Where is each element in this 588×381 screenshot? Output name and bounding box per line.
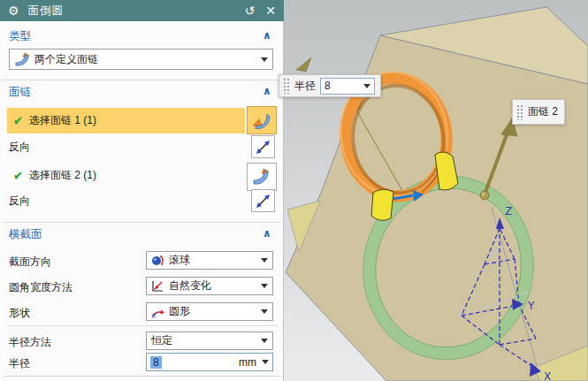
face-chain-section-header: 面链 <box>9 85 31 100</box>
drag-grip-icon[interactable] <box>283 78 290 94</box>
radius-input[interactable]: 8 mm <box>146 353 273 371</box>
select-face-chain-1-label: 选择面链 1 (1) <box>29 113 96 128</box>
radius-method-label: 半径方法 <box>9 335 51 350</box>
chevron-down-icon[interactable] <box>262 360 269 364</box>
select-face-chain-2-label: 选择面链 2 (1) <box>29 168 96 183</box>
select-face-chain-2-row[interactable]: ✔ 选择面链 2 (1) <box>7 164 245 186</box>
chevron-down-icon[interactable] <box>363 84 370 88</box>
radius-unit: mm <box>239 356 256 369</box>
section-orientation-value: 滚球 <box>169 253 255 268</box>
dialog-titlebar[interactable]: ⚙ 面倒圆 ↺ ✕ <box>0 0 284 21</box>
chevron-down-icon <box>261 284 268 288</box>
type-section-header: 类型 <box>9 29 31 44</box>
blend-preview-patch[interactable] <box>371 189 393 220</box>
type-dropdown-value: 两个定义面链 <box>34 52 255 67</box>
shape-label: 形状 <box>9 306 30 321</box>
drag-grip-icon[interactable] <box>516 104 523 120</box>
scene-3d: Z Y X <box>284 0 588 381</box>
y-axis-label: Y <box>527 300 535 312</box>
radius-overlay[interactable]: 半径 8 <box>279 74 381 97</box>
face-blend-dialog: ⚙ 面倒圆 ↺ ✕ 类型 ∧ 两个定义面链 面链 ∧ ✔ 选择面链 1 (1) <box>0 0 284 381</box>
blend-face-1-icon <box>252 111 271 129</box>
application-window: ⚙ 面倒圆 ↺ ✕ 类型 ∧ 两个定义面链 面链 ∧ ✔ 选择面链 1 (1) <box>0 0 588 381</box>
z-axis-label: Z <box>505 205 512 217</box>
reverse-1-label: 反向 <box>9 140 30 155</box>
collapse-face-chain-icon[interactable]: ∧ <box>263 85 271 97</box>
width-method-dropdown[interactable]: 自然变化 <box>146 277 273 295</box>
rolling-ball-icon <box>151 254 164 267</box>
natural-variation-icon <box>151 279 164 293</box>
face-chain-2-tag-label: 面链 2 <box>528 104 558 119</box>
chevron-down-icon <box>261 57 268 62</box>
shape-dropdown[interactable]: R 圆形 <box>146 302 273 321</box>
radius-overlay-input[interactable]: 8 <box>320 78 375 95</box>
radius-overlay-value: 8 <box>325 80 331 92</box>
select-face-chain-1-row[interactable]: ✔ 选择面链 1 (1) <box>7 108 245 133</box>
collapse-cross-section-icon[interactable]: ∧ <box>263 227 271 240</box>
chevron-down-icon <box>261 339 268 343</box>
chevron-down-icon <box>261 258 268 263</box>
cross-section-header: 横截面 <box>9 227 42 242</box>
width-method-label: 圆角宽度方法 <box>9 280 73 295</box>
blend-type-icon <box>14 52 30 66</box>
section-orientation-dropdown[interactable]: 滚球 <box>146 251 273 270</box>
blend-face-2-icon <box>252 168 271 186</box>
shape-value: 圆形 <box>169 304 255 319</box>
reverse-direction-1-button[interactable] <box>251 135 275 158</box>
circular-shape-icon: R <box>151 305 164 318</box>
radius-overlay-label: 半径 <box>294 79 316 94</box>
radius-method-dropdown[interactable]: 恒定 <box>146 331 273 350</box>
width-method-value: 自然变化 <box>169 278 255 293</box>
face-chain-2-tag[interactable]: 面链 2 <box>512 99 565 125</box>
dialog-title: 面倒圆 <box>28 4 65 19</box>
collapse-type-icon[interactable]: ∧ <box>263 29 271 42</box>
radius-label: 半径 <box>9 356 30 371</box>
chevron-down-icon <box>261 309 268 314</box>
face-chain-2-button[interactable] <box>247 163 277 191</box>
svg-text:R: R <box>152 313 156 319</box>
close-button[interactable]: ✕ <box>265 4 276 18</box>
reverse-direction-2-button[interactable] <box>251 189 275 212</box>
graphics-viewport[interactable]: Z Y X 半径 8 面链 2 <box>284 0 588 381</box>
reverse-direction-icon <box>256 194 271 209</box>
reverse-direction-icon <box>256 140 271 155</box>
section-orientation-label: 截面方向 <box>9 255 51 270</box>
check-icon: ✔ <box>13 169 23 182</box>
face-chain-1-button[interactable] <box>247 106 277 134</box>
x-axis-label: X <box>544 370 551 381</box>
radius-method-value: 恒定 <box>151 333 255 348</box>
radius-value[interactable]: 8 <box>150 356 162 369</box>
reset-button[interactable]: ↺ <box>245 4 256 18</box>
gear-icon: ⚙ <box>8 4 19 18</box>
type-dropdown[interactable]: 两个定义面链 <box>9 49 273 70</box>
reverse-2-label: 反向 <box>9 194 30 209</box>
check-icon: ✔ <box>13 114 23 127</box>
